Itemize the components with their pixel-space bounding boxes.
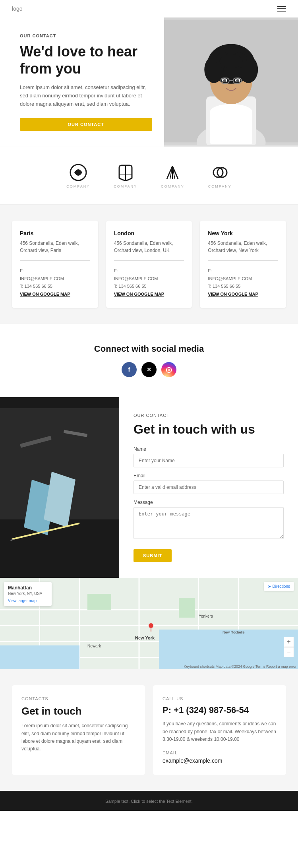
map-credit: Keyboard shortcuts Map data ©2024 Google… — [184, 665, 296, 668]
office-map-link-paris[interactable]: VIEW ON GOOGLE MAP — [20, 292, 70, 296]
bottom-card-call-label: CALL US — [163, 696, 277, 701]
office-contact-newyork: E: INFO@SAMPLE.COM T: 134 565 66 55 VIEW… — [208, 267, 278, 298]
social-icons: f ✕ ◎ — [12, 362, 286, 377]
office-phone-newyork: T: 134 565 66 55 — [208, 283, 278, 291]
email-input[interactable] — [134, 480, 284, 494]
logo-item-2: COMPANY — [114, 163, 137, 188]
facebook-icon[interactable]: f — [122, 362, 137, 377]
message-field: Message — [134, 500, 284, 541]
bottom-card-contacts-label: CONTACTS — [21, 696, 135, 701]
map-overlay: Manhattan New York, NY, USA View larger … — [4, 582, 52, 606]
map-view-larger-link[interactable]: View larger map — [8, 599, 37, 603]
hero-section: OUR CONTACT We'd love to hear from you L… — [0, 17, 298, 147]
social-section: Connect with social media f ✕ ◎ — [0, 324, 298, 397]
map-directions-button[interactable]: ➤ Directions — [264, 582, 294, 591]
hamburger-menu[interactable] — [277, 6, 286, 12]
hero-left: OUR CONTACT We'd love to hear from you L… — [0, 17, 164, 147]
submit-button[interactable]: SUBMIT — [134, 549, 172, 562]
office-phone-london: T: 134 565 66 55 — [114, 283, 184, 291]
office-city-paris: Paris — [20, 230, 90, 236]
office-contact-paris: E: INFO@SAMPLE.COM T: 134 565 66 55 VIEW… — [20, 267, 90, 298]
office-contact-london: E: INFO@SAMPLE.COM T: 134 565 66 55 VIEW… — [114, 267, 184, 298]
logo-text-4: COMPANY — [208, 184, 232, 188]
office-email-newyork: INFO@SAMPLE.COM — [208, 275, 278, 283]
message-label: Message — [134, 500, 284, 505]
svg-rect-31 — [0, 519, 119, 567]
svg-rect-48 — [159, 630, 298, 669]
bottom-cards-section: CONTACTS Get in touch Lorem ipsum dolor … — [0, 669, 298, 791]
map-zoom-controls: + − — [284, 637, 294, 657]
contact-form-section: OUR CONTACT Get in touch with us Name Em… — [0, 397, 298, 578]
map-zoom-out-button[interactable]: − — [284, 647, 294, 657]
message-textarea[interactable] — [134, 507, 284, 539]
social-title: Connect with social media — [12, 344, 286, 354]
office-email-london: INFO@SAMPLE.COM — [114, 275, 184, 283]
bottom-card-email: example@example.com — [163, 758, 277, 764]
name-input[interactable] — [134, 454, 284, 467]
office-card-paris: Paris 456 Sondanella, Eden walk, Orchard… — [12, 221, 98, 308]
hero-label: OUR CONTACT — [20, 33, 152, 38]
name-field: Name — [134, 446, 284, 467]
contact-form-area: OUR CONTACT Get in touch with us Name Em… — [119, 397, 298, 578]
hero-title: We'd love to hear from you — [20, 43, 152, 77]
svg-rect-19 — [210, 110, 252, 144]
svg-rect-51 — [179, 598, 195, 618]
logo-text-1: COMPANY — [66, 184, 90, 188]
svg-point-13 — [236, 79, 239, 82]
bottom-card-contacts-title: Get in touch — [21, 705, 135, 717]
twitter-x-icon[interactable]: ✕ — [141, 362, 157, 377]
contact-image — [0, 397, 119, 578]
office-city-london: London — [114, 230, 184, 236]
hero-description: Lorem ipsum dolor sit amet, consetetur s… — [20, 83, 152, 108]
hero-image — [164, 17, 298, 147]
office-email-label-newyork: E: — [208, 267, 278, 275]
logo: logo — [12, 6, 22, 12]
email-field: Email — [134, 473, 284, 494]
office-email-label-london: E: — [114, 267, 184, 275]
office-map-link-newyork[interactable]: VIEW ON GOOGLE MAP — [208, 292, 258, 296]
bottom-card-phone: P: +1 (324) 987-56-54 — [163, 705, 277, 715]
map-zoom-in-button[interactable]: + — [284, 637, 294, 647]
svg-text:New Rochelle: New Rochelle — [223, 630, 245, 634]
office-card-newyork: New York 456 Sondanella, Eden walk, Orch… — [200, 221, 286, 308]
office-address-newyork: 456 Sondanella, Eden walk, Orchard view,… — [208, 240, 278, 254]
bottom-card-contacts-description: Lorem ipsum dolor sit amet, consetetur s… — [21, 722, 135, 753]
svg-text:New York: New York — [135, 636, 155, 640]
instagram-icon[interactable]: ◎ — [161, 362, 176, 377]
logo-item-1: COMPANY — [66, 163, 90, 188]
logo-item-3: COMPANY — [161, 163, 184, 188]
svg-point-12 — [223, 79, 226, 82]
office-map-link-london[interactable]: VIEW ON GOOGLE MAP — [114, 292, 164, 296]
map-location-sub: New York, NY, USA — [8, 591, 48, 596]
logo-item-4: COMPANY — [208, 163, 232, 188]
svg-rect-49 — [0, 645, 79, 669]
email-label: Email — [134, 473, 284, 479]
logo-text-2: COMPANY — [114, 184, 137, 188]
bottom-card-contacts: CONTACTS Get in touch Lorem ipsum dolor … — [12, 685, 145, 775]
directions-icon: ➤ — [268, 584, 271, 589]
office-email-label-paris: E: — [20, 267, 90, 275]
offices-section: Paris 456 Sondanella, Eden walk, Orchard… — [0, 205, 298, 324]
map-location-title: Manhattan — [8, 585, 48, 591]
svg-text:Newark: Newark — [87, 644, 101, 648]
form-title: Get in touch with us — [134, 422, 284, 437]
bottom-card-email-section-label: EMAIL — [163, 750, 277, 755]
name-label: Name — [134, 446, 284, 452]
office-address-london: 456 Sondanella, Eden walk, Orchard view,… — [114, 240, 184, 254]
map-directions-label: Directions — [273, 584, 290, 589]
footer: Sample text. Click to select the Text El… — [0, 791, 298, 811]
office-address-paris: 456 Sondanella, Eden walk, Orchard view,… — [20, 240, 90, 254]
svg-text:Yonkers: Yonkers — [199, 614, 213, 618]
svg-point-56 — [149, 623, 153, 628]
hero-person-image — [164, 17, 298, 145]
office-card-london: London 456 Sondanella, Eden walk, Orchar… — [106, 221, 192, 308]
hero-contact-button[interactable]: OUR CONTACT — [20, 118, 152, 131]
svg-point-9 — [219, 54, 242, 68]
logos-section: COMPANY COMPANY COMPANY COMPANY — [0, 147, 298, 205]
map-section: New York Newark Yonkers New Rochelle Man… — [0, 578, 298, 669]
office-city-newyork: New York — [208, 230, 278, 236]
bottom-card-call: CALL US P: +1 (324) 987-56-54 If you hav… — [153, 685, 286, 775]
form-section-label: OUR CONTACT — [134, 413, 284, 418]
office-phone-paris: T: 134 565 66 55 — [20, 283, 90, 291]
svg-rect-50 — [87, 594, 111, 610]
